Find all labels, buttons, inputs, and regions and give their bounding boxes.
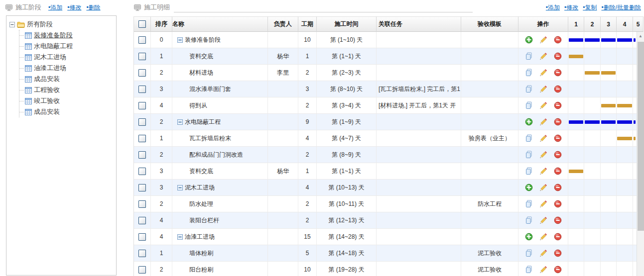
gantt-day-1-cell [568, 245, 584, 261]
copy-row-button[interactable] [525, 216, 533, 224]
collapse-icon[interactable] [177, 185, 183, 190]
delete-row-button[interactable] [554, 216, 562, 224]
edit-row-button[interactable] [539, 200, 547, 208]
delete-row-button[interactable] [554, 118, 562, 126]
phase-edit-link[interactable]: •修改 [67, 3, 81, 12]
row-checkbox[interactable] [138, 233, 146, 241]
time-cell: 第 (4~7) 天 [317, 130, 377, 146]
detail-copy-link[interactable]: •复制 [583, 3, 597, 12]
scrollbar-thumb[interactable] [638, 42, 644, 231]
delete-row-button[interactable] [554, 249, 562, 257]
detail-add-link[interactable]: •添加 [546, 3, 560, 12]
name-cell: 配和成品门门洞改造 [172, 147, 268, 163]
phase-delete-link[interactable]: •删除 [86, 3, 100, 12]
add-child-button[interactable] [525, 184, 533, 191]
detail-actions: •添加•修改•复制•删除/批量删除 [546, 3, 641, 12]
copy-row-button[interactable] [525, 249, 533, 257]
sort-cell: 2 [151, 262, 172, 276]
edit-row-button[interactable] [539, 134, 547, 142]
row-checkbox[interactable] [138, 118, 146, 126]
delete-row-button[interactable] [554, 101, 562, 109]
edit-row-button[interactable] [539, 118, 547, 126]
detail-batch-delete-link[interactable]: •删除/批量删除 [601, 3, 641, 12]
delete-row-button[interactable] [554, 233, 562, 241]
edit-row-button[interactable] [539, 266, 547, 274]
collapse-icon[interactable] [177, 119, 183, 125]
delete-row-button[interactable] [554, 151, 562, 159]
detail-edit-link[interactable]: •修改 [564, 3, 578, 12]
scroll-up-button[interactable]: ▲ [637, 32, 644, 40]
name-cell: 资料交底 [172, 163, 268, 179]
delete-row-button[interactable] [554, 266, 562, 274]
row-checkbox[interactable] [138, 200, 146, 208]
row-checkbox[interactable] [138, 102, 146, 109]
add-child-button[interactable] [525, 36, 533, 44]
row-checkbox[interactable] [138, 168, 146, 175]
copy-row-button[interactable] [525, 151, 533, 159]
delete-row-button[interactable] [554, 200, 562, 208]
row-checkbox-cell [134, 245, 151, 261]
delete-row-button[interactable] [554, 69, 562, 77]
tree-collapse-icon[interactable] [9, 22, 15, 27]
row-checkbox[interactable] [138, 36, 146, 44]
gantt-phase-bar [601, 120, 616, 124]
add-child-button[interactable] [525, 233, 533, 241]
row-checkbox[interactable] [138, 69, 146, 77]
copy-row-button[interactable] [525, 85, 533, 93]
copy-row-button[interactable] [525, 52, 533, 60]
vertical-scrollbar[interactable]: ▲ [637, 32, 644, 276]
row-checkbox[interactable] [138, 266, 146, 274]
phase-add-link[interactable]: •添加 [48, 3, 62, 12]
tree-item-phase[interactable]: 竣工验收 [19, 95, 116, 106]
edit-row-button[interactable] [539, 52, 547, 60]
row-checkbox[interactable] [138, 184, 146, 191]
edit-row-button[interactable] [539, 69, 547, 77]
delete-row-button[interactable] [554, 184, 562, 191]
tree-item-phase[interactable]: 水电隐蔽工程 [19, 41, 116, 52]
gantt-day-1-cell [568, 262, 584, 276]
tree-item-phase[interactable]: 泥木工进场 [19, 52, 116, 63]
row-checkbox[interactable] [138, 250, 146, 257]
edit-row-button[interactable] [539, 151, 547, 159]
edit-row-button[interactable] [539, 85, 547, 93]
tree-item-phase[interactable]: 成品安装 [19, 74, 116, 85]
linked-task-cell [377, 245, 461, 261]
copy-row-button[interactable] [525, 69, 533, 77]
edit-row-button[interactable] [539, 101, 547, 109]
delete-row-button[interactable] [554, 52, 562, 60]
copy-row-button[interactable] [525, 101, 533, 109]
collapse-icon[interactable] [177, 37, 183, 43]
tree-item-phase[interactable]: 成品安装 [19, 106, 116, 117]
edit-row-button[interactable] [539, 216, 547, 224]
tree-root-all-phases[interactable]: 所有阶段 [9, 19, 116, 30]
edit-row-button[interactable] [539, 249, 547, 257]
add-child-button[interactable] [525, 118, 533, 126]
row-checkbox[interactable] [138, 217, 146, 224]
edit-row-button[interactable] [539, 184, 547, 191]
tree-item-phase[interactable]: 油漆工进场 [19, 63, 116, 74]
tree-item-label: 水电隐蔽工程 [34, 42, 73, 51]
copy-row-button[interactable] [525, 167, 533, 175]
delete-row-button[interactable] [554, 134, 562, 142]
row-checkbox[interactable] [138, 53, 146, 60]
tree-item-phase[interactable]: 装修准备阶段 [19, 30, 116, 41]
edit-row-button[interactable] [539, 167, 547, 175]
copy-row-button[interactable] [525, 134, 533, 142]
edit-row-button[interactable] [539, 36, 547, 44]
copy-row-button[interactable] [525, 266, 533, 274]
collapse-icon[interactable] [177, 234, 183, 240]
row-checkbox[interactable] [138, 151, 146, 159]
task-name-label: 瓦工拆墙后粉末 [189, 134, 231, 143]
delete-row-button[interactable] [554, 36, 562, 44]
gantt-phase-bar [634, 120, 636, 124]
gantt-day-2-cell [584, 245, 601, 261]
tree-item-phase[interactable]: 工程验收 [19, 85, 116, 95]
copy-row-button[interactable] [525, 200, 533, 208]
operations-cell [518, 48, 568, 64]
row-checkbox[interactable] [138, 86, 146, 93]
row-checkbox[interactable] [138, 135, 146, 142]
edit-row-button[interactable] [539, 233, 547, 241]
delete-row-button[interactable] [554, 167, 562, 175]
delete-row-button[interactable] [554, 85, 562, 93]
select-all-checkbox[interactable] [138, 20, 146, 28]
